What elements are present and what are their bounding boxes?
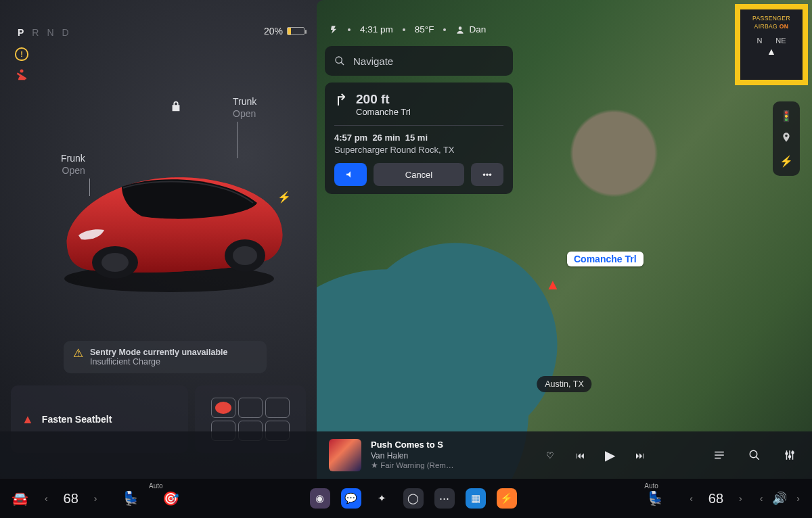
volume-down[interactable]: ‹	[757, 493, 766, 504]
dock: 🚘 ‹ 68 › 💺 Auto 🎯 ◉ 💬 ✦ ◯ ⋯ ▦ ⚡ 💺 Auto ‹	[0, 479, 812, 518]
svg-point-5	[233, 246, 257, 265]
charger-icon[interactable]: ⚡	[780, 155, 793, 168]
trunk-control[interactable]: Trunk Open	[233, 96, 256, 120]
left-seat-auto-label: Auto	[149, 482, 163, 490]
vehicle-render	[47, 135, 291, 298]
nav-voice-button[interactable]	[334, 163, 367, 186]
status-bar: 4:31 pm 85°F Dan	[329, 24, 486, 34]
messages-app-icon[interactable]: 💬	[341, 488, 361, 509]
prev-track-button[interactable]: ⏮	[570, 445, 590, 465]
lock-icon[interactable]	[171, 100, 181, 115]
track-info[interactable]: Push Comes to S Van Halen ★ Fair Warning…	[371, 440, 453, 471]
favorite-button[interactable]: ♡	[540, 445, 560, 465]
right-seat-heat-icon[interactable]: 💺	[647, 490, 664, 507]
supercharger-icon[interactable]	[329, 25, 338, 34]
search-icon	[334, 55, 345, 66]
turn-street: Comanche Trl	[356, 107, 411, 117]
svg-point-0	[20, 70, 24, 73]
right-seat-auto-label: Auto	[644, 482, 658, 490]
left-temp-up[interactable]: ›	[91, 493, 100, 504]
car-controls-icon[interactable]: 🚘	[9, 488, 30, 509]
driver-profile[interactable]: Dan	[455, 24, 486, 34]
turn-arrow-icon: ↱	[334, 92, 348, 108]
clock[interactable]: 4:31 pm	[360, 24, 393, 34]
left-temp[interactable]: 68	[58, 491, 85, 507]
gear-n: N	[47, 27, 53, 38]
steering-heat-icon[interactable]: 🎯	[162, 490, 179, 507]
media-search-icon[interactable]	[744, 445, 765, 465]
play-button[interactable]: ▶	[600, 445, 620, 465]
map-panel[interactable]: Comanche Trl ▲ Austin, TX 4:31 pm 85°F D…	[317, 0, 812, 479]
left-seat-heat-icon[interactable]: 💺	[122, 490, 139, 507]
gear-r: R	[32, 27, 39, 38]
svg-point-12	[792, 452, 794, 454]
sentry-alert-sub: Insufficient Charge	[90, 357, 228, 367]
battery-status[interactable]: 20%	[264, 26, 304, 37]
sentry-alert[interactable]: ⚠ Sentry Mode currently unavailable Insu…	[64, 341, 267, 373]
dashcam-app-icon[interactable]: ◉	[310, 488, 330, 509]
volume-icon[interactable]: 🔊	[772, 491, 787, 506]
vehicle-marker-icon: ▲	[545, 276, 560, 293]
warning-triangle-icon: ⚠	[73, 348, 83, 359]
battery-icon	[287, 27, 304, 35]
album-art[interactable]	[329, 439, 361, 471]
compass-arrow-icon: ▲	[744, 46, 798, 57]
traffic-light-icon[interactable]: 🚦	[780, 110, 793, 122]
destination-name: Supercharger Round Rock, TX	[334, 145, 503, 155]
turn-distance: 200 ft	[356, 92, 411, 107]
eta-row: 4:57 pm 26 min 15 mi	[334, 133, 503, 143]
vehicle-panel: P R N D 20% Trunk Op	[0, 0, 317, 479]
alert-triangle-icon: ▲	[22, 413, 34, 427]
profile-icon	[455, 25, 465, 34]
passenger-airbag-indicator: PASSENGER AIRBAG ON NNE ▲	[735, 4, 808, 85]
queue-icon[interactable]	[709, 445, 729, 465]
media-bar: Push Comes to S Van Halen ★ Fair Warning…	[0, 431, 812, 479]
street-label: Comanche Trl	[567, 252, 644, 266]
compass[interactable]: NNE	[744, 37, 798, 45]
equalizer-icon[interactable]	[780, 445, 800, 465]
energy-app-icon[interactable]: ⚡	[497, 488, 517, 509]
all-apps-icon[interactable]: ⋯	[434, 488, 455, 509]
outside-temp[interactable]: 85°F	[415, 24, 434, 34]
map-side-tools: 🚦 ⚡	[773, 101, 800, 176]
track-title: Push Comes to S	[371, 440, 453, 450]
battery-percent: 20%	[264, 26, 283, 37]
navigation-card: ↱ 200 ft Comanche Trl 4:57 pm 26 min 15 …	[325, 83, 513, 194]
track-album: Fair Warning (Rem…	[380, 461, 453, 469]
seatbelt-warning-icon[interactable]	[15, 68, 28, 81]
right-temp[interactable]: 68	[702, 491, 729, 507]
svg-point-7	[459, 26, 462, 30]
track-artist: Van Halen	[371, 451, 453, 461]
nav-voice-icon	[345, 169, 356, 180]
camera-app-icon[interactable]: ◯	[403, 488, 424, 509]
map-pin-icon[interactable]	[781, 132, 792, 145]
svg-point-3	[102, 253, 129, 272]
gear-p: P	[18, 27, 24, 38]
seatbelt-alert-text: Fasten Seatbelt	[42, 414, 112, 425]
svg-point-10	[786, 452, 788, 454]
tpms-warning-icon[interactable]	[15, 47, 28, 61]
gear-selector: P R N D	[18, 27, 69, 38]
gear-d: D	[62, 27, 69, 38]
navigate-search[interactable]: Navigate	[325, 46, 513, 76]
svg-point-11	[789, 456, 791, 458]
nav-more-button[interactable]: •••	[471, 163, 503, 186]
next-track-button[interactable]: ⏭	[629, 445, 650, 465]
tidal-app-icon[interactable]: ✦	[372, 488, 392, 509]
cancel-button[interactable]: Cancel	[374, 163, 464, 186]
svg-point-9	[750, 450, 757, 458]
sentry-alert-title: Sentry Mode currently unavailable	[90, 348, 228, 357]
navigate-placeholder: Navigate	[353, 55, 393, 67]
svg-point-8	[336, 57, 342, 63]
right-temp-up[interactable]: ›	[736, 493, 745, 504]
right-temp-down[interactable]: ‹	[687, 493, 696, 504]
city-label: Austin, TX	[537, 376, 591, 392]
calendar-app-icon[interactable]: ▦	[466, 488, 486, 509]
left-temp-down[interactable]: ‹	[42, 493, 51, 504]
volume-up[interactable]: ›	[794, 493, 803, 504]
